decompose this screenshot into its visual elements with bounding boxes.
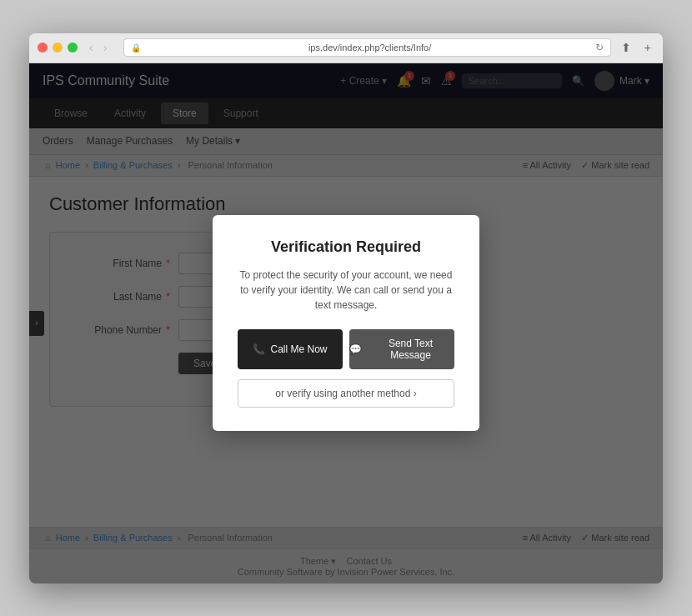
verification-modal: Verification Required To protect the sec…: [213, 215, 479, 431]
call-label: Call Me Now: [270, 343, 327, 355]
add-tab-button[interactable]: +: [641, 39, 654, 56]
title-bar: ‹ › 🔒 ips.dev/index.php?clients/Info/ ↻ …: [29, 33, 663, 63]
browser-window: ‹ › 🔒 ips.dev/index.php?clients/Info/ ↻ …: [29, 33, 663, 583]
send-text-button[interactable]: 💬 Send Text Message: [349, 329, 454, 369]
modal-overlay: Verification Required To protect the sec…: [29, 63, 663, 583]
share-icon[interactable]: ⬆: [618, 39, 634, 56]
phone-icon: 📞: [253, 343, 265, 355]
other-method-button[interactable]: or verify using another method ›: [238, 379, 454, 408]
lock-icon: 🔒: [131, 43, 141, 53]
modal-body: To protect the security of your account,…: [238, 268, 454, 313]
call-me-now-button[interactable]: 📞 Call Me Now: [238, 329, 343, 369]
chat-icon: 💬: [349, 343, 362, 355]
text-label: Send Text Message: [367, 338, 454, 361]
maximize-button[interactable]: [68, 43, 78, 53]
traffic-lights: [38, 43, 78, 53]
modal-buttons: 📞 Call Me Now 💬 Send Text Message: [238, 329, 454, 369]
close-button[interactable]: [38, 43, 48, 53]
address-bar[interactable]: 🔒 ips.dev/index.php?clients/Info/ ↻: [123, 38, 610, 57]
minimize-button[interactable]: [53, 43, 63, 53]
toolbar-right: ⬆ +: [618, 39, 654, 56]
nav-buttons: ‹ ›: [86, 39, 110, 56]
browser-content: IPS Community Suite + Create ▾ 🔔 1 ✉ ⚠ 1…: [29, 63, 663, 583]
forward-button[interactable]: ›: [100, 39, 111, 56]
url-text: ips.dev/index.php?clients/Info/: [144, 43, 594, 53]
back-button[interactable]: ‹: [86, 39, 97, 56]
reload-icon[interactable]: ↻: [595, 42, 604, 53]
modal-title: Verification Required: [238, 238, 454, 256]
